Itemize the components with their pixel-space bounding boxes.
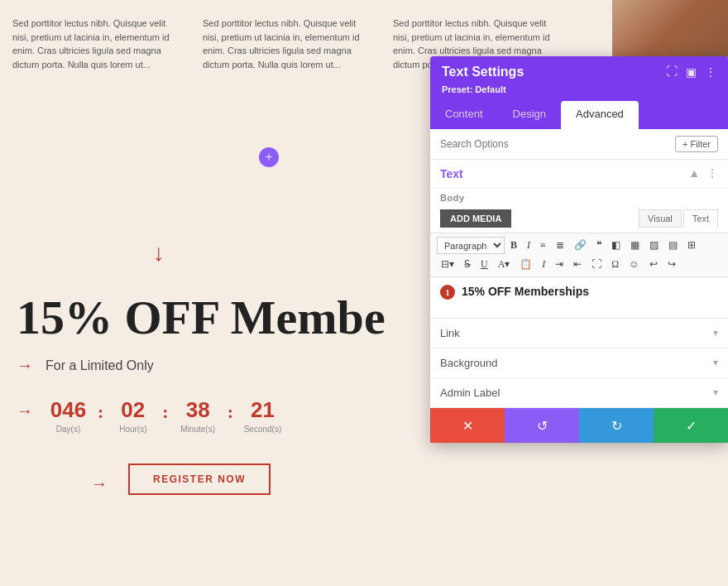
hours-label: Hour(s) (119, 425, 146, 434)
align-right-button[interactable]: ▨ (645, 237, 663, 254)
italic-button[interactable]: I (523, 237, 534, 254)
editor-content-area[interactable]: 1 15% OFF Memberships (430, 277, 728, 319)
emoji-button[interactable]: ☺ (625, 256, 643, 273)
tab-advanced[interactable]: Advanced (561, 101, 639, 130)
filter-button[interactable]: + Filter (675, 136, 718, 152)
blockquote-button[interactable]: ❝ (592, 237, 606, 254)
save-button[interactable]: ✓ (654, 408, 728, 443)
align-left-button[interactable]: ◧ (607, 237, 625, 254)
section-more-icon[interactable]: ⋮ (706, 166, 718, 180)
minutes-value: 38 (186, 397, 210, 423)
background-accordion-header[interactable]: Background ▾ (430, 348, 728, 377)
days-label: Day(s) (56, 425, 80, 434)
text-col-2: Sed porttitor lectus nibh. Quisque velit… (190, 8, 381, 79)
undo-button[interactable]: ↩ (645, 256, 662, 273)
sep-2: : (160, 401, 170, 423)
background-label: Background (440, 357, 497, 369)
search-row: + Filter (430, 129, 728, 160)
col2-text: Sed porttitor lectus nibh. Quisque velit… (203, 18, 360, 70)
text-section-header: Text ▲ ⋮ (430, 160, 728, 188)
table-button[interactable]: ⊞ (683, 237, 700, 254)
top-right-image (612, 0, 728, 62)
register-button[interactable]: REGISTER NOW (128, 464, 271, 495)
add-media-button[interactable]: ADD MEDIA (440, 209, 511, 228)
arrow-right-icon-3: → (91, 474, 108, 493)
minutes-label: Minute(s) (180, 425, 215, 434)
panel-title: Text Settings (442, 65, 524, 79)
countdown-days: 046 Day(s) (46, 397, 91, 434)
tab-design[interactable]: Design (498, 101, 561, 129)
underline-button[interactable]: U (477, 256, 492, 273)
panel-header: Text Settings ⛶ ▣ ⋮ Preset: Default (430, 56, 728, 101)
link-accordion[interactable]: Link ▾ (430, 319, 728, 348)
link-button[interactable]: 🔗 (570, 237, 591, 254)
panel-header-top: Text Settings ⛶ ▣ ⋮ (442, 65, 716, 79)
text-col-1: Sed porttitor lectus nibh. Quisque velit… (0, 8, 190, 79)
fullscreen-icon[interactable]: ⛶ (666, 65, 678, 79)
countdown-minutes: 38 Minute(s) (175, 397, 221, 434)
preset-label: Preset: (442, 84, 472, 94)
panel-body: + Filter Text ▲ ⋮ Body ADD MEDIA Visual … (430, 129, 728, 408)
days-value: 046 (50, 397, 86, 423)
justify-button[interactable]: ▤ (664, 237, 682, 254)
arrow-right-icon-2: → (17, 401, 33, 420)
omega-button[interactable]: Ω (607, 256, 623, 273)
italic2-button[interactable]: I (538, 256, 549, 273)
fullscreen-editor-button[interactable]: ⛶ (587, 256, 606, 273)
settings-panel: Text Settings ⛶ ▣ ⋮ Preset: Default Cont… (430, 56, 728, 443)
panel-header-icons: ⛶ ▣ ⋮ (666, 65, 716, 79)
strikethrough-button[interactable]: S̶ (460, 256, 475, 273)
visual-text-tabs: Visual Text (639, 209, 718, 228)
link-label: Link (440, 327, 460, 339)
link-chevron-icon: ▾ (713, 327, 718, 339)
paste-button[interactable]: 📋 (515, 256, 536, 273)
redo-button[interactable]: ↪ (663, 256, 680, 273)
indent-button[interactable]: ⇥ (551, 256, 568, 273)
editor-badge: 1 (440, 285, 455, 300)
admin-label-accordion-header[interactable]: Admin Label ▾ (430, 378, 728, 407)
background-accordion[interactable]: Background ▾ (430, 348, 728, 378)
search-input[interactable] (440, 138, 668, 150)
admin-label-accordion[interactable]: Admin Label ▾ (430, 378, 728, 408)
text-section-title: Text (440, 167, 463, 180)
paragraph-select[interactable]: Paragraph (437, 237, 505, 254)
outdent-button[interactable]: ⇤ (569, 256, 586, 273)
link-accordion-header[interactable]: Link ▾ (430, 319, 728, 348)
admin-label-text: Admin Label (440, 387, 500, 399)
limited-offer-row: → For a Limited Only (17, 356, 397, 375)
unordered-list-button[interactable]: ≡ (536, 237, 550, 254)
panel-tabs: Content Design Advanced (430, 101, 728, 129)
cancel-button[interactable]: ✕ (430, 408, 505, 443)
admin-chevron-icon: ▾ (713, 387, 718, 399)
col1-text: Sed porttitor lectus nibh. Quisque velit… (12, 18, 170, 70)
panel-preset: Preset: Default (442, 84, 716, 94)
seconds-value: 21 (251, 397, 275, 423)
countdown-hours: 02 Hour(s) (110, 397, 156, 434)
color-button[interactable]: A▾ (494, 256, 515, 273)
ordered-list-button[interactable]: ≣ (552, 237, 568, 254)
background-chevron-icon: ▾ (713, 357, 718, 369)
reset-button[interactable]: ↺ (505, 408, 579, 443)
layout-icon[interactable]: ▣ (686, 65, 697, 79)
add-element-button[interactable]: + (259, 147, 279, 167)
limited-text: For a Limited Only (46, 358, 154, 373)
seconds-label: Second(s) (244, 425, 282, 434)
text-tab[interactable]: Text (683, 209, 718, 228)
sep-1: : (95, 401, 106, 423)
arrow-right-icon-1: → (17, 356, 33, 375)
promo-title: 15% OFF Membe (17, 290, 405, 345)
hours-value: 02 (121, 397, 145, 423)
countdown-seconds: 21 Second(s) (240, 397, 285, 434)
editor-text: 15% OFF Memberships (462, 285, 589, 298)
more-icon[interactable]: ⋮ (705, 65, 716, 79)
section-header-icons: ▲ ⋮ (688, 166, 718, 180)
table-dropdown[interactable]: ⊟▾ (437, 256, 458, 273)
preset-value[interactable]: Default (475, 84, 505, 94)
tab-content[interactable]: Content (430, 101, 498, 129)
visual-tab[interactable]: Visual (639, 209, 682, 228)
redo-action-button[interactable]: ↻ (579, 408, 654, 443)
bold-button[interactable]: B (506, 237, 521, 254)
align-center-button[interactable]: ▦ (626, 237, 644, 254)
collapse-icon[interactable]: ▲ (688, 167, 700, 180)
editor-toolbar: Paragraph B I ≡ ≣ 🔗 ❝ ◧ ▦ ▨ ▤ ⊞ ⊟▾ S̶ U … (430, 233, 728, 277)
